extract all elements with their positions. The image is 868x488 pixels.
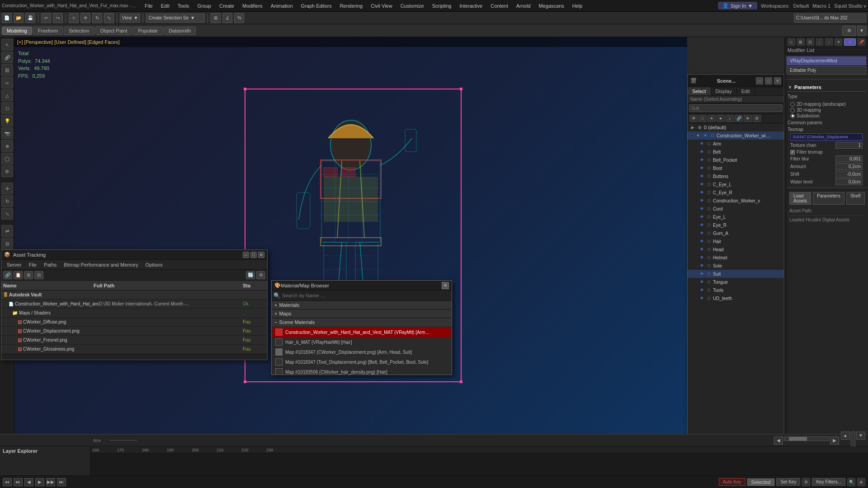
left-scale-btn[interactable]: ⤡ — [1, 208, 13, 220]
menu-customize[interactable]: Customize — [397, 2, 428, 9]
tree-item-c-eye-r[interactable]: 👁□C_Eye_R — [688, 188, 784, 197]
amount-input[interactable] — [835, 163, 863, 170]
mode-freeform[interactable]: Freeform — [33, 27, 63, 35]
tree-item-boot[interactable]: 👁□Boot — [688, 164, 784, 172]
menu-interactive[interactable]: Interactive — [456, 2, 486, 9]
menu-modifiers[interactable]: Modifiers — [239, 2, 266, 9]
view-dropdown[interactable]: View ▼ — [120, 14, 140, 23]
tree-toolbar-motion[interactable]: ↕ — [726, 115, 734, 122]
time-config-btn[interactable]: 🔍 — [847, 478, 855, 486]
tree-item-tools[interactable]: 👁□Tools — [688, 286, 784, 294]
scene-close-btn[interactable]: ✕ — [774, 77, 781, 84]
at-menu-options[interactable]: Options — [142, 261, 166, 268]
mod-tool-1[interactable]: ⊹ — [788, 38, 795, 46]
menu-help[interactable]: Help — [569, 2, 586, 9]
transport-start[interactable]: ⏮ — [3, 478, 12, 486]
mat-item-displacement[interactable]: Map #1018347 (CWorker_Displacement.png) … — [273, 347, 451, 357]
radio-2d[interactable]: 2D mapping (landscape) — [790, 101, 863, 107]
material-search-input[interactable] — [282, 293, 450, 298]
at-tb-4[interactable]: ⊟ — [34, 271, 43, 279]
parameters-btn[interactable]: Parameters — [813, 192, 844, 205]
mod-tool-active[interactable]: I — [844, 38, 856, 46]
left-bind-btn[interactable]: ∞ — [1, 77, 13, 89]
tree-item-buttons[interactable]: 👁□Buttons — [688, 172, 784, 180]
water-level-input[interactable] — [835, 178, 863, 185]
texmap-value-field[interactable]: 318347 (CWorker_Displaceme — [790, 133, 863, 141]
tree-toolbar-box[interactable]: □ — [698, 115, 707, 122]
tree-item-eye-r[interactable]: 👁□Eye_R — [688, 221, 784, 229]
tree-item-belt-pocket[interactable]: 👁□Belt_Pocket — [688, 156, 784, 164]
material-browser-close[interactable]: ✕ — [442, 282, 449, 289]
toolbar-move[interactable]: ✛ — [80, 13, 90, 23]
tree-toolbar-extra[interactable]: ⚙ — [753, 115, 761, 122]
at-menu-bitmap[interactable]: Bitmap Performance and Memory — [60, 261, 142, 268]
mode-extra-btn[interactable]: ⚙ — [842, 26, 856, 36]
menu-create[interactable]: Create — [216, 2, 238, 9]
tree-item-hair[interactable]: 👁□Hair — [688, 237, 784, 245]
toolbar-select[interactable]: ⊹ — [69, 13, 79, 23]
scroll-right-btn[interactable]: ▶ — [830, 436, 839, 445]
toolbar-snap[interactable]: ⊞ — [211, 13, 221, 23]
transport-fwd[interactable]: ▶▶ — [46, 478, 55, 486]
mat-item-hair[interactable]: Hair_b_MAT (VRayHairMtl) [Hair] — [273, 337, 451, 347]
tree-item-head[interactable]: 👁□Head — [688, 245, 784, 253]
selection-dropdown[interactable]: Create Selection Se ▼ — [146, 14, 205, 23]
tree-sort-header[interactable]: Name (Sorted Ascending) — [688, 96, 784, 103]
mode-modeling[interactable]: Modeling — [2, 27, 32, 35]
tree-item-c-eye-l[interactable]: 👁□C_Eye_L — [688, 180, 784, 188]
menu-megascans[interactable]: Megascans — [535, 2, 568, 9]
radio-3d[interactable]: 3D mapping — [790, 107, 863, 113]
menu-edit[interactable]: Edit — [157, 2, 173, 9]
mode-datasmith[interactable]: Datasmith — [164, 27, 196, 35]
at-tb-settings[interactable]: ⚙ — [256, 271, 265, 279]
asset-close-btn[interactable]: ✕ — [258, 252, 264, 258]
asset-maximize-btn[interactable]: □ — [250, 252, 257, 258]
maps-section-header[interactable]: + Maps — [272, 310, 452, 318]
mode-selection[interactable]: Selection — [64, 27, 94, 35]
left-mirror-btn[interactable]: ⇌ — [1, 225, 13, 237]
tree-item-tongue[interactable]: 👁□Tongue — [688, 278, 784, 286]
sign-in-button[interactable]: 👤 Sign In ▼ — [718, 2, 757, 9]
left-select-btn[interactable]: ↖ — [1, 39, 13, 51]
left-link-btn[interactable]: 🔗 — [1, 52, 13, 63]
mat-item-tool-displacement[interactable]: Map #1018347 (Tool_Displacement.png) [Be… — [273, 357, 451, 367]
tree-toolbar-sun[interactable]: ☀ — [708, 115, 716, 122]
at-col-name[interactable]: Name — [3, 283, 94, 288]
left-rotate-btn[interactable]: ↻ — [1, 195, 13, 207]
toolbar-open[interactable]: 📂 — [14, 13, 24, 23]
horizontal-scrollbar[interactable] — [784, 436, 829, 441]
left-light-btn[interactable]: 💡 — [1, 115, 13, 127]
tree-toolbar-render[interactable]: ● — [717, 115, 725, 122]
tree-item-eye-l[interactable]: 👁□Eye_L — [688, 213, 784, 221]
at-menu-server[interactable]: Server — [3, 261, 25, 268]
mode-populate[interactable]: Populate — [133, 27, 162, 35]
materials-section-header[interactable]: + Materials — [272, 301, 452, 309]
at-tb-1[interactable]: 🔗 — [3, 271, 12, 279]
at-menu-file[interactable]: File — [25, 261, 40, 268]
scene-search-input[interactable] — [689, 104, 783, 112]
timeline-track-area[interactable] — [90, 454, 868, 476]
tree-toolbar-freeze[interactable]: ❄ — [744, 115, 752, 122]
filter-blur-input[interactable] — [835, 155, 863, 162]
toolbar-percent-snap[interactable]: % — [234, 13, 244, 23]
mod-tool-6[interactable]: ✕ — [835, 38, 842, 46]
tree-item-default[interactable]: ▶ ⊞ 0 (default) — [688, 123, 784, 131]
mode-object-paint[interactable]: Object Paint — [95, 27, 132, 35]
left-helper-btn[interactable]: ⊕ — [1, 140, 13, 152]
left-camera-btn[interactable]: 📷 — [1, 127, 13, 139]
toolbar-undo[interactable]: ↩ — [41, 13, 51, 23]
scene-tab-edit[interactable]: Edit — [737, 87, 755, 95]
tree-item-construction[interactable]: ▼ 👁 □ Construction_Worker_with_ — [688, 131, 784, 140]
left-shape-btn[interactable]: ◻ — [1, 102, 13, 114]
at-scrollbar-h[interactable] — [1, 354, 267, 360]
scene-maximize-btn[interactable]: □ — [765, 77, 772, 84]
texture-chan-input[interactable] — [835, 142, 863, 149]
toolbar-new[interactable]: 📄 — [2, 13, 12, 23]
left-geo-btn[interactable]: △ — [1, 89, 13, 101]
key-filters-btn[interactable]: Key Filters... — [812, 478, 845, 486]
mat-item-hair-density[interactable]: Map #10183506 (CWorker_hair_density.png)… — [273, 367, 451, 375]
menu-graph-editors[interactable]: Graph Editors — [297, 2, 335, 9]
asset-minimize-btn[interactable]: ─ — [243, 252, 249, 258]
scroll-left-btn[interactable]: ◀ — [774, 436, 783, 445]
v-scroll-up[interactable]: ▲ — [841, 432, 850, 440]
